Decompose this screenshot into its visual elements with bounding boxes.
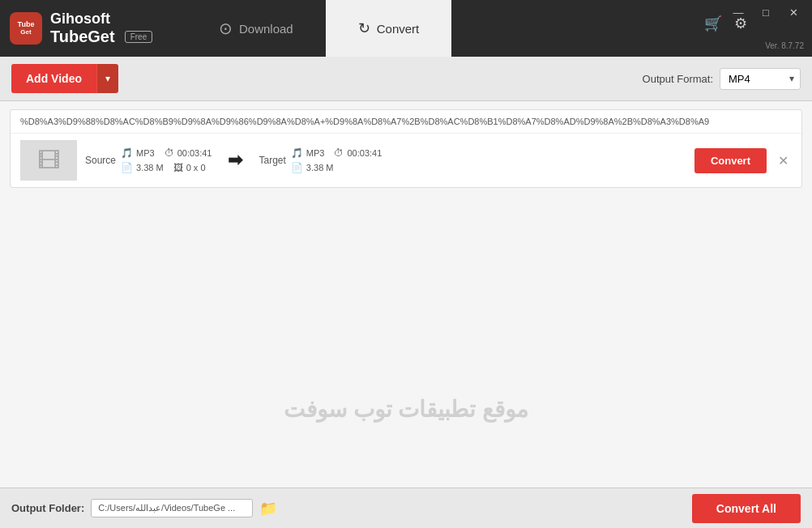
output-folder-area: Output Folder: C:/Users/عبدالله/Videos/T… [11, 499, 277, 517]
download-tab-label: Download [239, 22, 293, 36]
close-button[interactable]: ✕ [781, 0, 806, 24]
target-format-value: MP3 [306, 148, 325, 158]
target-duration-value: 00:03:41 [347, 148, 382, 158]
target-info: 🎵 MP3 ⏱ 00:03:41 📄 3.38 M [291, 147, 382, 173]
tab-convert[interactable]: ↻ Convert [326, 0, 452, 57]
source-label: Source [85, 155, 116, 166]
source-resolution-value: 0 x 0 [186, 163, 206, 172]
window-controls: — □ ✕ [726, 0, 812, 24]
source-resolution-item: 🖼 0 x 0 [173, 162, 206, 173]
source-duration-value: 00:03:41 [177, 148, 212, 158]
app-name: Gihosoft [50, 11, 110, 26]
format-select-wrapper: MP4 MP3 AVI MKV MOV WMV FLV [720, 68, 801, 90]
browse-folder-button[interactable]: 📁 [259, 500, 277, 517]
target-clock-icon: ⏱ [334, 147, 344, 159]
target-format-item: 🎵 MP3 [291, 147, 325, 159]
convert-all-button[interactable]: Convert All [692, 494, 801, 523]
source-duration-item: ⏱ 00:03:41 [165, 147, 212, 159]
download-tab-icon: ⊙ [219, 19, 233, 38]
convert-tab-label: Convert [377, 22, 420, 36]
source-format-value: MP3 [136, 148, 155, 158]
source-info-row1: 🎵 MP3 ⏱ 00:03:41 [121, 147, 212, 159]
file-item-title: %D8%A3%D9%88%D8%AC%D8%B9%D9%8A%D9%86%D9%… [11, 110, 801, 134]
tab-download[interactable]: ⊙ Download [186, 0, 326, 57]
target-duration-item: ⏱ 00:03:41 [334, 147, 382, 159]
target-size-value: 3.38 M [306, 163, 334, 172]
film-icon: 🎞 [37, 147, 60, 174]
file-item-details: 🎞 Source 🎵 MP3 ⏱ 00:03:41 📄 [11, 134, 801, 187]
source-format-item: 🎵 MP3 [121, 147, 155, 159]
output-format-label: Output Format: [643, 73, 713, 85]
app-product-name: TubeGet [50, 28, 115, 46]
source-size-item: 📄 3.38 M [121, 162, 164, 173]
add-video-button[interactable]: Add Video [11, 64, 96, 93]
app-title: Gihosoft TubeGet Free [50, 11, 152, 46]
watermark-text: موقع تطبيقات توب سوفت [284, 396, 528, 423]
add-video-btn-group: Add Video ▾ [11, 64, 118, 93]
item-convert-button[interactable]: Convert [694, 148, 767, 173]
app-logo-icon: Tube Get [10, 12, 42, 45]
title-bar: Tube Get Gihosoft TubeGet Free ⊙ Downloa… [0, 0, 812, 57]
minimize-button[interactable]: — [726, 0, 750, 24]
close-item-button[interactable]: ✕ [775, 150, 792, 172]
toolbar: Add Video ▾ Output Format: MP4 MP3 AVI M… [0, 57, 812, 101]
music-icon: 🎵 [121, 147, 133, 159]
format-select[interactable]: MP4 MP3 AVI MKV MOV WMV FLV [720, 68, 801, 90]
file-thumbnail: 🎞 [20, 140, 77, 181]
arrow-section: ➡ [212, 150, 259, 171]
target-music-icon: 🎵 [291, 147, 303, 159]
folder-path-display: C:/Users/عبدالله/Videos/TubeGe ... [91, 499, 253, 517]
content-area: %D8%A3%D9%88%D8%AC%D8%B9%D9%8A%D9%86%D9%… [0, 101, 812, 488]
target-size-item: 📄 3.38 M [291, 162, 334, 173]
target-label: Target [259, 155, 285, 166]
clock-icon: ⏱ [165, 147, 174, 159]
convert-tab-icon: ↻ [358, 19, 370, 37]
source-size-value: 3.38 M [136, 163, 164, 172]
free-badge: Free [125, 31, 153, 43]
target-info-row2: 📄 3.38 M [291, 162, 382, 173]
arrow-icon: ➡ [228, 150, 242, 170]
target-file-icon: 📄 [291, 162, 303, 173]
target-info-row1: 🎵 MP3 ⏱ 00:03:41 [291, 147, 382, 159]
version-text: Ver. 8.7.72 [765, 41, 804, 50]
bottom-bar: Output Folder: C:/Users/عبدالله/Videos/T… [0, 488, 812, 528]
maximize-button[interactable]: □ [754, 0, 778, 24]
source-info-row2: 📄 3.38 M 🖼 0 x 0 [121, 162, 212, 173]
source-info: 🎵 MP3 ⏱ 00:03:41 📄 3.38 M 🖼 0 [121, 147, 212, 173]
add-video-dropdown-button[interactable]: ▾ [96, 64, 118, 93]
output-folder-label: Output Folder: [11, 502, 84, 514]
logo-area: Tube Get Gihosoft TubeGet Free [0, 11, 162, 46]
cart-button[interactable]: 🛒 [704, 15, 722, 32]
folder-path-text: C:/Users/عبدالله/Videos/TubeGe ... [98, 503, 235, 513]
file-item: %D8%A3%D9%88%D8%AC%D8%B9%D9%8A%D9%86%D9%… [10, 109, 802, 188]
file-icon: 📄 [121, 162, 133, 173]
output-format-area: Output Format: MP4 MP3 AVI MKV MOV WMV F… [643, 68, 801, 90]
image-icon: 🖼 [173, 162, 183, 173]
